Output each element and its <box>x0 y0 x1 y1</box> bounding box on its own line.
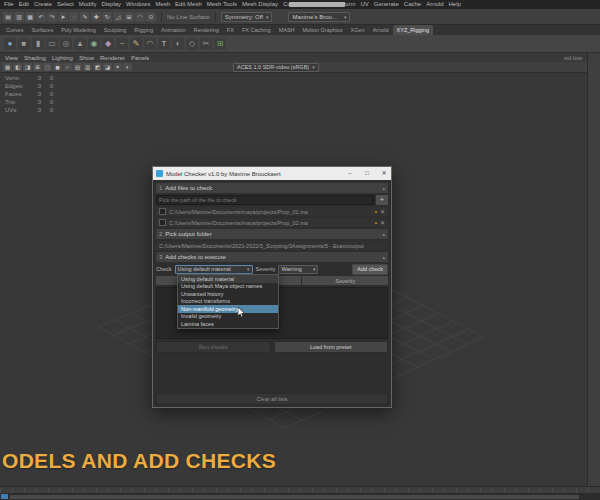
dropdown-option[interactable]: Non-manifold geometry <box>178 305 278 313</box>
collapse-icon[interactable]: ▴ <box>382 231 385 237</box>
menu-item[interactable]: Generate <box>374 0 399 9</box>
menubar-field[interactable] <box>289 2 345 7</box>
menu-item[interactable]: Edit Mesh <box>175 0 202 9</box>
menu-item[interactable]: Modify <box>79 0 97 9</box>
menu-item[interactable]: File <box>4 0 14 9</box>
minimize-button[interactable]: – <box>343 167 357 180</box>
paint-select-icon[interactable]: ✎ <box>80 12 90 22</box>
remove-file-icon[interactable]: ✕ <box>380 219 385 226</box>
shelf-tab[interactable]: FX Caching <box>238 25 275 35</box>
menu-item[interactable]: Edit <box>19 0 29 9</box>
collapse-icon[interactable]: ▴ <box>382 254 385 260</box>
timeline-handle-icon[interactable] <box>1 494 8 499</box>
panel-menu-item[interactable]: Lighting <box>52 55 73 61</box>
shelf-tab[interactable]: Curves <box>2 25 27 35</box>
dropdown-option[interactable]: Invalid geometry <box>178 313 278 321</box>
symmetry-dropdown[interactable]: Symmetry: Off ▾ <box>221 12 273 22</box>
shelf-tab[interactable]: Arnold <box>369 25 393 35</box>
dropdown-option[interactable]: Incorrect transforms <box>178 298 278 306</box>
lighting-icon[interactable]: ✶ <box>113 63 122 71</box>
panel-menu-item[interactable]: Renderer <box>100 55 125 61</box>
rotate-tool-icon[interactable]: ↻ <box>102 12 112 22</box>
select-camera-icon[interactable]: ▦ <box>3 63 12 71</box>
menu-item[interactable]: Arnold <box>426 0 443 9</box>
right-panel-expander[interactable] <box>587 53 600 487</box>
resolution-gate-icon[interactable]: ▤ <box>73 63 82 71</box>
menu-item[interactable]: Mesh <box>155 0 170 9</box>
time-slider[interactable] <box>0 486 600 493</box>
snap-point-icon[interactable]: ⊙ <box>146 12 156 22</box>
output-path[interactable]: C:/Users/Maxime/Documents/2021-2022/3_Sc… <box>156 241 388 250</box>
poly-cylinder-icon[interactable]: ▮ <box>32 38 44 50</box>
shelf-tab[interactable]: Rendering <box>189 25 222 35</box>
panel-menu-item[interactable]: Shading <box>24 55 46 61</box>
shelf-tab[interactable]: Motion Graphics <box>299 25 347 35</box>
move-tool-icon[interactable]: ✚ <box>91 12 101 22</box>
text-tool-icon[interactable]: T <box>158 38 170 50</box>
boolean-icon[interactable]: ◐ <box>172 38 184 50</box>
snap-curve-icon[interactable]: ◠ <box>135 12 145 22</box>
clear-all-lists-button[interactable]: Clear all lists <box>156 393 388 405</box>
safe-action-icon[interactable]: ◩ <box>93 63 102 71</box>
platonic-solid-icon[interactable]: ◆ <box>102 38 114 50</box>
image-plane-icon[interactable]: ◻ <box>43 63 52 71</box>
lasso-tool-icon[interactable]: ◌ <box>69 12 79 22</box>
menu-item[interactable]: Mesh Tools <box>207 0 237 9</box>
menu-item[interactable]: Select <box>57 0 74 9</box>
multi-cut-icon[interactable]: ✂ <box>200 38 212 50</box>
menu-item[interactable]: Mesh Display <box>242 0 278 9</box>
view-grid-icon[interactable]: ◼ <box>53 63 62 71</box>
shelf-tab[interactable]: FX <box>223 25 238 35</box>
lock-camera-icon[interactable]: ◧ <box>13 63 22 71</box>
undo-icon[interactable]: ↶ <box>36 12 46 22</box>
menu-item[interactable]: Windows <box>126 0 150 9</box>
range-slider[interactable] <box>0 493 600 500</box>
shelf-tab[interactable]: XGen <box>347 25 369 35</box>
file-checkbox[interactable] <box>159 208 166 215</box>
section-add-checks[interactable]: 3 Add checks to execute ▴ <box>156 252 388 262</box>
poly-cone-icon[interactable]: ▲ <box>74 38 86 50</box>
file-path-input[interactable] <box>156 195 374 205</box>
menu-item[interactable]: Cache <box>404 0 421 9</box>
panel-menu-item[interactable]: View <box>5 55 18 61</box>
poly-disc-icon[interactable]: ◉ <box>88 38 100 50</box>
shelf-tab[interactable]: Surfaces <box>27 25 57 35</box>
section-output-folder[interactable]: 2 Pick output folder ▴ <box>156 229 388 239</box>
shelf-tab[interactable]: Poly Modeling <box>57 25 100 35</box>
close-button[interactable]: ✕ <box>377 167 391 180</box>
film-gate-icon[interactable]: ○ <box>63 63 72 71</box>
snap-grid-icon[interactable]: ⊞ <box>124 12 134 22</box>
run-checks-button[interactable]: Run checks <box>156 341 271 353</box>
pencil-curve-icon[interactable]: ✎ <box>130 38 142 50</box>
panel-menu-item[interactable]: Show <box>79 55 94 61</box>
workspace-dropdown[interactable]: Maxime's Brou... ▾ <box>288 12 350 22</box>
camera-attributes-icon[interactable]: ◨ <box>23 63 32 71</box>
select-tool-icon[interactable]: ➤ <box>58 12 68 22</box>
menu-item[interactable]: Create <box>34 0 52 9</box>
shadows-icon[interactable]: ◐ <box>123 63 132 71</box>
load-preset-button[interactable]: Load from preset <box>274 341 389 353</box>
safe-title-icon[interactable]: ◪ <box>103 63 112 71</box>
menu-item[interactable]: UV <box>360 0 368 9</box>
lock-icon[interactable]: ▪ <box>375 220 377 226</box>
maximize-button[interactable]: □ <box>360 167 374 180</box>
file-checkbox[interactable] <box>159 219 166 226</box>
colorspace-dropdown[interactable]: ACES 1.0 SDR-video (sRGB) ▾ <box>233 63 319 72</box>
menu-item[interactable]: Display <box>101 0 121 9</box>
severity-dropdown[interactable]: Warning ▾ <box>278 265 318 274</box>
dropdown-option[interactable]: Using default material <box>178 275 278 283</box>
gate-mask-icon[interactable]: ▥ <box>83 63 92 71</box>
remove-file-icon[interactable]: ✕ <box>380 208 385 215</box>
shelf-tab[interactable]: MASH <box>275 25 299 35</box>
redo-icon[interactable]: ↷ <box>47 12 57 22</box>
open-scene-icon[interactable]: ▥ <box>14 12 24 22</box>
shelf-tab[interactable]: Sculpting <box>100 25 131 35</box>
add-file-button[interactable]: + <box>376 195 388 205</box>
new-scene-icon[interactable]: ▤ <box>3 12 13 22</box>
poly-plane-icon[interactable]: ▭ <box>46 38 58 50</box>
curve-tool-icon[interactable]: ~ <box>116 38 128 50</box>
add-check-button[interactable]: Add check <box>352 264 388 275</box>
save-scene-icon[interactable]: ▦ <box>25 12 35 22</box>
bevel-icon[interactable]: ◇ <box>186 38 198 50</box>
section-add-files[interactable]: 1 Add files to check ▴ <box>156 183 388 193</box>
